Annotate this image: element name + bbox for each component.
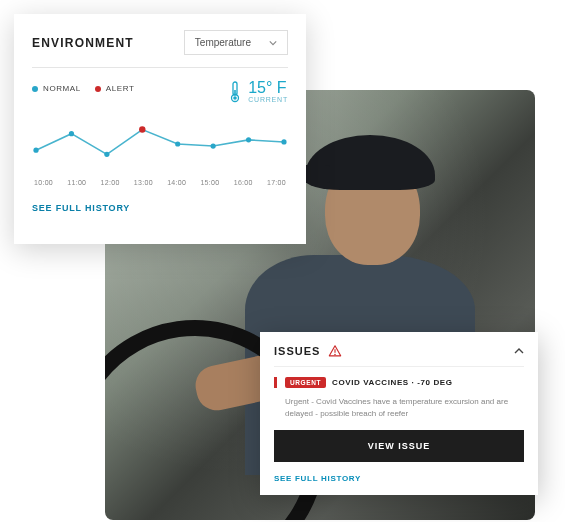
environment-header: ENVIRONMENT Temperature	[32, 30, 288, 68]
x-axis-ticks: 10:0011:0012:0013:0014:0015:0016:0017:00	[32, 179, 288, 186]
urgent-badge: URGENT	[285, 377, 326, 388]
x-tick: 10:00	[34, 179, 53, 186]
environment-card: ENVIRONMENT Temperature NORMAL ALERT	[14, 14, 306, 244]
legend-normal-label: NORMAL	[43, 84, 81, 93]
x-tick: 11:00	[67, 179, 86, 186]
chart-legend: NORMAL ALERT	[32, 84, 134, 93]
chart-point	[33, 148, 38, 153]
metric-selector[interactable]: Temperature	[184, 30, 288, 55]
chart-point	[211, 143, 216, 148]
issue-item-description: Urgent - Covid Vaccines have a temperatu…	[285, 396, 524, 420]
chart-point	[281, 139, 286, 144]
metric-selected-label: Temperature	[195, 37, 251, 48]
dot-normal-icon	[32, 86, 38, 92]
current-temp-value: 15° F	[248, 80, 288, 96]
x-tick: 17:00	[267, 179, 286, 186]
see-full-history-link[interactable]: SEE FULL HISTORY	[32, 203, 288, 213]
collapse-toggle[interactable]	[514, 346, 524, 356]
chart-point	[175, 141, 180, 146]
legend-row: NORMAL ALERT 15° F CURRENT	[32, 80, 288, 103]
chevron-down-icon	[269, 39, 277, 47]
line-chart-svg	[32, 109, 288, 179]
temperature-chart: 10:0011:0012:0013:0014:0015:0016:0017:00	[32, 109, 288, 189]
dot-alert-icon	[95, 86, 101, 92]
x-tick: 15:00	[200, 179, 219, 186]
warning-icon	[328, 344, 342, 358]
chart-point	[104, 152, 109, 157]
legend-normal: NORMAL	[32, 84, 81, 93]
issues-header: ISSUES	[274, 344, 524, 367]
chart-point	[246, 137, 251, 142]
x-tick: 13:00	[134, 179, 153, 186]
environment-title: ENVIRONMENT	[32, 36, 134, 50]
chart-point	[139, 126, 145, 132]
svg-point-5	[335, 354, 337, 356]
issue-item: URGENT COVID VACCINES · -70 DEG	[274, 377, 524, 388]
issues-card: ISSUES URGENT COVID VACCINES · -70 DEG U…	[260, 332, 538, 495]
legend-alert-label: ALERT	[106, 84, 135, 93]
issues-title: ISSUES	[274, 345, 320, 357]
issues-see-full-history-link[interactable]: SEE FULL HISTORY	[274, 474, 524, 483]
legend-alert: ALERT	[95, 84, 135, 93]
x-tick: 12:00	[101, 179, 120, 186]
thermometer-icon	[228, 81, 242, 103]
svg-point-2	[233, 96, 237, 100]
issue-item-title: COVID VACCINES · -70 DEG	[332, 378, 453, 387]
x-tick: 16:00	[234, 179, 253, 186]
view-issue-button[interactable]: VIEW ISSUE	[274, 430, 524, 462]
current-temp-label: CURRENT	[248, 96, 288, 103]
current-reading: 15° F CURRENT	[228, 80, 288, 103]
chart-point	[69, 131, 74, 136]
x-tick: 14:00	[167, 179, 186, 186]
